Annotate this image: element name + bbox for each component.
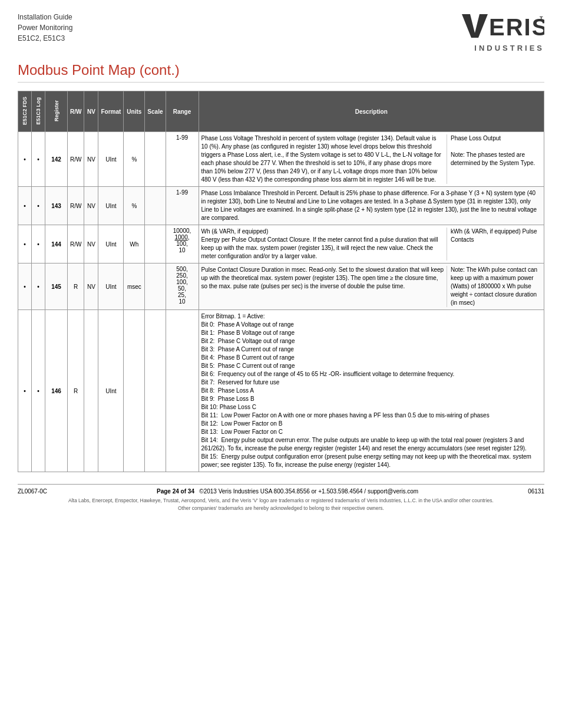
table-row: ••142R/WNVUInt%1-99Phase Loss Voltage Th…	[18, 132, 544, 187]
cell-e51c3: •	[32, 187, 45, 225]
footer-page: Page 24 of 34 ©2013 Veris Industries USA…	[157, 488, 418, 495]
desc-left: Phase Loss Voltage Threshold in percent …	[201, 134, 448, 184]
cell-units	[124, 310, 145, 472]
cell-e51c3: •	[32, 263, 45, 310]
cell-units: Wh	[124, 225, 145, 263]
cell-range: 500, 250, 100, 50, 25, 10	[166, 263, 199, 310]
col-e51c3: E51C3 Log	[32, 91, 45, 132]
col-description: Description	[199, 91, 544, 132]
svg-text:ERIS: ERIS	[489, 14, 544, 40]
footer-code: 06131	[528, 488, 544, 495]
svg-text:TM: TM	[540, 15, 544, 21]
desc-left: Pulse Contact Closure Duration in msec. …	[201, 266, 448, 307]
cell-e51c3: •	[32, 132, 45, 187]
cell-range: 1-99	[166, 187, 199, 225]
cell-units: %	[124, 187, 145, 225]
trademark-line2: Other companies' trademarks are hereby a…	[18, 505, 544, 512]
desc-right: Phase Loss Output Note: The phases teste…	[447, 134, 541, 184]
cell-units: %	[124, 132, 145, 187]
header-text: Installation Guide Power Monitoring E51C…	[18, 12, 72, 44]
col-e51c2: E51C2 FDS	[18, 91, 32, 132]
cell-register: 143	[45, 187, 68, 225]
cell-rw: R	[68, 310, 84, 472]
cell-e51c2: •	[18, 225, 32, 263]
col-units: Units	[124, 91, 145, 132]
table-row: ••145RNVUIntmsec500, 250, 100, 50, 25, 1…	[18, 263, 544, 310]
cell-nv: NV	[84, 132, 98, 187]
trademark-line1: Alta Labs, Enercept, Enspector, Hawkeye,…	[18, 497, 544, 505]
cell-rw: R/W	[68, 225, 84, 263]
table-row: ••144R/WNVUIntWh10000,1000,100,10Wh (& V…	[18, 225, 544, 263]
cell-register: 146	[45, 310, 68, 472]
footer-copyright: ©2013 Veris Industries USA 800.354.8556 …	[199, 488, 418, 495]
svg-marker-0	[462, 14, 488, 38]
cell-scale	[145, 225, 166, 263]
cell-description: Wh (& VARh, if equipped) Energy per Puls…	[199, 225, 544, 263]
logo: ERIS TM INDUSTRIES	[462, 12, 544, 52]
cell-description: Phase Loss Voltage Threshold in percent …	[199, 132, 544, 187]
desc-right: kWh (& VARh, if equipped) Pulse Contacts	[447, 228, 541, 261]
table-header-row: E51C2 FDS E51C3 Log Register R/W NV Form…	[18, 91, 544, 132]
cell-nv	[84, 310, 98, 472]
col-range: Range	[166, 91, 199, 132]
cell-scale	[145, 310, 166, 472]
header-line3: E51C2, E51C3	[18, 33, 72, 44]
cell-scale	[145, 263, 166, 310]
footer-main: ZL0067-0C Page 24 of 34 ©2013 Veris Indu…	[18, 488, 544, 495]
cell-e51c3: •	[32, 310, 45, 472]
table-row: ••146RUIntError Bitmap. 1 = Active: Bit …	[18, 310, 544, 472]
desc-pair: Phase Loss Voltage Threshold in percent …	[201, 134, 542, 184]
footer-page-text: Page 24 of 34	[157, 488, 194, 495]
cell-nv: NV	[84, 225, 98, 263]
table-body: ••142R/WNVUInt%1-99Phase Loss Voltage Th…	[18, 132, 544, 472]
cell-range	[166, 310, 199, 472]
cell-format: UInt	[98, 187, 124, 225]
cell-description: Phase Loss Imbalance Threshold in Percen…	[199, 187, 544, 225]
cell-nv: NV	[84, 263, 98, 310]
desc-left: Wh (& VARh, if equipped) Energy per Puls…	[201, 228, 448, 261]
footer-doc-number: ZL0067-0C	[18, 488, 47, 495]
cell-register: 144	[45, 225, 68, 263]
cell-nv: NV	[84, 187, 98, 225]
desc-right: Note: The kWh pulse contact can keep up …	[447, 266, 541, 307]
cell-units: msec	[124, 263, 145, 310]
header-line2: Power Monitoring	[18, 22, 72, 33]
table-row: ••143R/WNVUInt%1-99Phase Loss Imbalance …	[18, 187, 544, 225]
logo-industries: INDUSTRIES	[474, 44, 544, 52]
col-nv: NV	[84, 91, 98, 132]
page-title: Modbus Point Map (cont.)	[18, 62, 544, 83]
cell-format: UInt	[98, 225, 124, 263]
cell-rw: R	[68, 263, 84, 310]
header-line1: Installation Guide	[18, 12, 72, 22]
cell-format: UInt	[98, 263, 124, 310]
cell-e51c3: •	[32, 225, 45, 263]
veris-logo-svg: ERIS TM	[462, 12, 544, 40]
cell-register: 145	[45, 263, 68, 310]
cell-rw: R/W	[68, 132, 84, 187]
cell-range: 1-99	[166, 132, 199, 187]
page-footer: ZL0067-0C Page 24 of 34 ©2013 Veris Indu…	[18, 484, 544, 512]
footer-trademark: Alta Labs, Enercept, Enspector, Hawkeye,…	[18, 497, 544, 512]
cell-scale	[145, 187, 166, 225]
cell-format: UInt	[98, 310, 124, 472]
cell-e51c2: •	[18, 187, 32, 225]
logo-text: ERIS TM	[462, 12, 544, 44]
col-format: Format	[98, 91, 124, 132]
cell-description: Pulse Contact Closure Duration in msec. …	[199, 263, 544, 310]
col-rw: R/W	[68, 91, 84, 132]
desc-pair: Pulse Contact Closure Duration in msec. …	[201, 266, 542, 307]
cell-e51c2: •	[18, 310, 32, 472]
cell-description: Error Bitmap. 1 = Active: Bit 0: Phase A…	[199, 310, 544, 472]
col-register: Register	[45, 91, 68, 132]
cell-rw: R/W	[68, 187, 84, 225]
page-header: Installation Guide Power Monitoring E51C…	[18, 12, 544, 52]
cell-format: UInt	[98, 132, 124, 187]
desc-pair: Wh (& VARh, if equipped) Energy per Puls…	[201, 228, 542, 261]
cell-e51c2: •	[18, 263, 32, 310]
cell-e51c2: •	[18, 132, 32, 187]
col-scale: Scale	[145, 91, 166, 132]
cell-scale	[145, 132, 166, 187]
data-table: E51C2 FDS E51C3 Log Register R/W NV Form…	[18, 91, 544, 472]
cell-range: 10000,1000,100,10	[166, 225, 199, 263]
cell-register: 142	[45, 132, 68, 187]
